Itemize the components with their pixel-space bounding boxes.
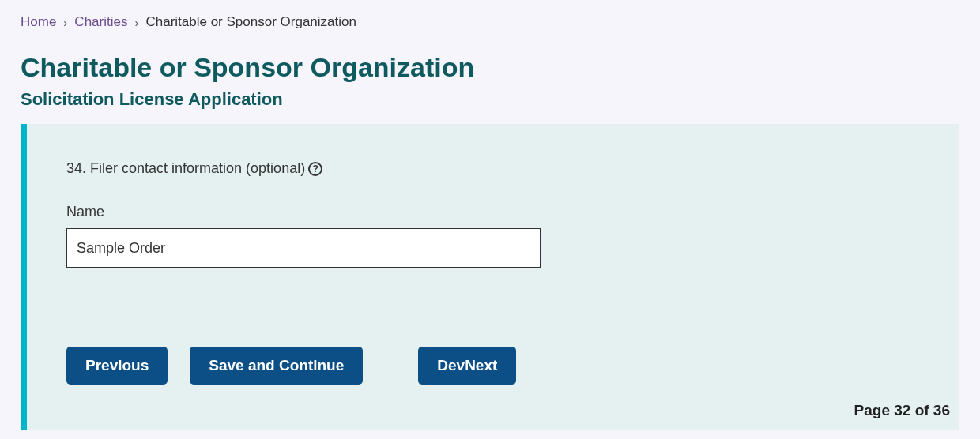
breadcrumb-current: Charitable or Sponsor Organization — [145, 14, 356, 30]
breadcrumb: Home › Charities › Charitable or Sponsor… — [21, 14, 959, 30]
name-input[interactable] — [66, 228, 541, 268]
breadcrumb-charities[interactable]: Charities — [74, 14, 127, 30]
previous-button[interactable]: Previous — [66, 347, 168, 385]
chevron-right-icon: › — [63, 16, 67, 29]
question-label: 34. Filer contact information (optional)… — [66, 160, 920, 177]
page-title: Charitable or Sponsor Organization — [21, 52, 959, 83]
devnext-button[interactable]: DevNext — [418, 347, 516, 385]
breadcrumb-home[interactable]: Home — [21, 14, 56, 30]
name-label: Name — [66, 204, 920, 220]
question-text: 34. Filer contact information (optional) — [66, 160, 305, 177]
button-row: Previous Save and Continue DevNext — [66, 347, 920, 385]
save-continue-button[interactable]: Save and Continue — [190, 347, 363, 385]
page-subtitle: Solicitation License Application — [21, 89, 959, 110]
help-icon[interactable]: ? — [308, 162, 322, 176]
form-panel: 34. Filer contact information (optional)… — [21, 124, 959, 430]
chevron-right-icon: › — [134, 16, 138, 29]
page-indicator: Page 32 of 36 — [854, 402, 950, 419]
